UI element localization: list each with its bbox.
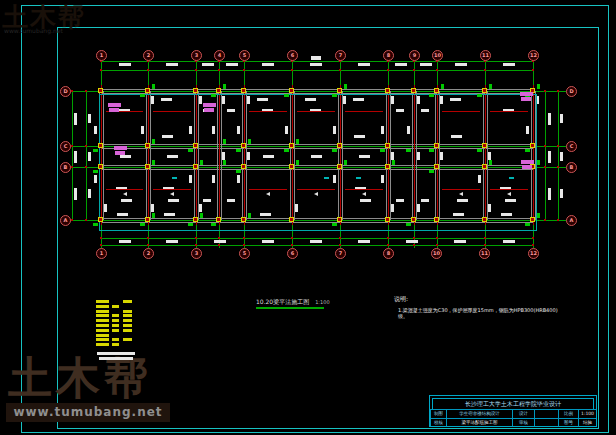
stair-label	[108, 103, 121, 107]
dim-tick	[147, 237, 149, 239]
floor-table-row	[112, 324, 119, 327]
row-axis-bubble-right: A	[566, 215, 577, 226]
dim-tick	[387, 69, 389, 71]
column-marker	[145, 164, 150, 169]
stirrup-mark	[429, 94, 434, 97]
rebar-line	[442, 111, 480, 112]
column-marker	[145, 217, 150, 222]
row-axis-bubble-left: D	[60, 86, 71, 97]
axis-bubble-top: 6	[287, 50, 298, 61]
axis-bubble-top: 2	[143, 50, 154, 61]
dim-text	[560, 189, 563, 198]
dim-text	[560, 152, 563, 161]
stirrup-mark	[93, 149, 98, 152]
beam-label	[450, 98, 461, 101]
column-marker	[193, 217, 198, 222]
column-marker	[216, 217, 221, 222]
stirrup-mark	[344, 84, 347, 89]
axis-bubble-top: 12	[528, 50, 539, 61]
dim-tick	[243, 237, 245, 239]
floor-table-row	[123, 300, 132, 303]
stirrup-mark	[296, 139, 299, 144]
title-underline	[256, 307, 324, 309]
title-block: 长沙理工大学土木工程学院毕业设计 制图 学生宿舍楼结构设计 设计 比例 1:10…	[429, 395, 597, 427]
floor-table-caption	[97, 352, 135, 355]
slab-mark	[356, 177, 361, 179]
stirrup-mark	[152, 84, 155, 89]
stirrup-mark	[188, 223, 193, 226]
column-marker	[385, 164, 390, 169]
dim-tick	[195, 69, 197, 71]
dim-text	[119, 63, 131, 66]
dim-tick	[532, 237, 534, 239]
row-axis-bubble-left: C	[60, 141, 71, 152]
column-marker	[145, 88, 150, 93]
row-axis-bubble-right: D	[566, 86, 577, 97]
dim-tick	[484, 244, 486, 246]
dim-line	[72, 91, 73, 220]
stirrup-mark	[152, 160, 155, 165]
axis-bubble-top: 8	[383, 50, 394, 61]
dim-line	[545, 91, 546, 220]
beam-label	[94, 175, 97, 183]
dim-tick	[484, 69, 486, 71]
axis-bubble-bottom: 5	[239, 248, 250, 259]
slab-mark	[509, 177, 514, 179]
axis-bubble-bottom: 7	[335, 248, 346, 259]
beam-label	[263, 155, 274, 158]
beam-label	[505, 199, 516, 202]
stirrup-mark	[152, 139, 155, 144]
dim-tick	[100, 237, 102, 239]
tb-cell: 审核	[512, 418, 534, 427]
tb-cell: 梁平法配筋施工图	[446, 418, 512, 427]
dim-text	[166, 63, 178, 66]
stirrup-mark	[248, 213, 251, 218]
stirrup-mark	[200, 213, 203, 218]
axis-bubble-top: 3	[191, 50, 202, 61]
beam-label	[161, 98, 172, 101]
floor-table-row	[96, 310, 109, 313]
span-arrow-icon	[170, 192, 174, 196]
span-arrow-icon	[459, 192, 463, 196]
dim-tick	[544, 166, 546, 168]
dim-tick	[71, 145, 73, 147]
row-axis-bubble-left: A	[60, 215, 71, 226]
dim-tick	[291, 237, 293, 239]
column-marker	[337, 217, 342, 222]
floor-table-row	[123, 314, 132, 317]
stair-label	[521, 160, 534, 164]
span-arrow-icon	[507, 192, 511, 196]
stirrup-mark	[223, 139, 226, 144]
stirrup-mark	[284, 149, 289, 152]
axis-bubble-bottom: 8	[383, 248, 394, 259]
dim-tick	[71, 90, 73, 92]
floor-table-row	[96, 329, 109, 332]
dim-text	[395, 63, 407, 66]
floor-table-row	[112, 305, 119, 308]
column-marker	[434, 217, 439, 222]
dim-tick	[243, 244, 245, 246]
beam-label	[421, 199, 429, 202]
span-arrow-icon	[314, 192, 318, 196]
column-marker	[193, 143, 198, 148]
floor-table-row	[96, 319, 109, 322]
column-marker	[289, 143, 294, 148]
axis-bubble-top: 11	[480, 50, 491, 61]
slab-mark	[172, 177, 177, 179]
column-marker	[434, 88, 439, 93]
row-axis-bubble-right: B	[566, 162, 577, 173]
column-marker	[337, 88, 342, 93]
stirrup-mark	[344, 160, 347, 165]
beam-label	[94, 126, 97, 134]
dim-tick	[436, 244, 438, 246]
column-marker	[434, 164, 439, 169]
dim-line	[101, 61, 533, 62]
beam-label	[360, 199, 371, 202]
dim-tick	[291, 69, 293, 71]
axis-bubble-top: 9	[409, 50, 420, 61]
dim-tick	[484, 237, 486, 239]
dim-text	[74, 188, 77, 200]
watermark-url: www.tumubang.net	[6, 403, 170, 422]
beam-label	[354, 135, 365, 138]
span-arrow-icon	[362, 192, 366, 196]
